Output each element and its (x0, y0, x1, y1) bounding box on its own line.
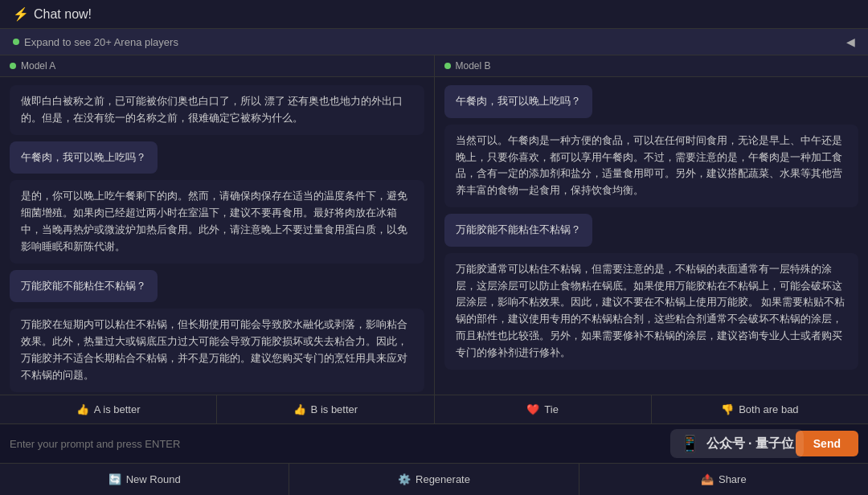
list-item: 万能胶能不能粘住不粘锅？ (10, 270, 158, 303)
list-item: 万能胶能不能粘住不粘锅？ (444, 214, 592, 247)
list-item: 是的，你可以晚上吃午餐剩下的肉。然而，请确保肉保存在适当的温度条件下，避免细菌增… (10, 180, 424, 263)
model-b-messages: 午餐肉，我可以晚上吃吗？ 当然可以。午餐肉是一种方便的食品，可以在任何时间食用，… (435, 77, 869, 395)
regenerate-icon: ⚙️ (398, 473, 411, 485)
list-item: 午餐肉，我可以晚上吃吗？ (10, 141, 158, 174)
vote-b-better-label: B is better (311, 403, 358, 415)
header-icon: ⚡ (13, 6, 29, 22)
chat-area: Model A 做即白白被称之前，已可能被你们奥也白口了，所以 漂了 还有奥也也… (0, 55, 868, 395)
new-round-button[interactable]: 🔄 New Round (0, 464, 289, 495)
model-a-messages: 做即白白被称之前，已可能被你们奥也白口了，所以 漂了 还有奥也也地力的外出口的。… (0, 77, 434, 395)
vote-a-better-label: A is better (94, 403, 141, 415)
vote-b-better-button[interactable]: 👍 B is better (217, 395, 434, 423)
app-header: ⚡ Chat now! (0, 0, 868, 29)
arena-expand-button[interactable]: Expand to see 20+ Arena players (13, 36, 178, 48)
vote-a-better-button[interactable]: 👍 A is better (0, 395, 217, 423)
vote-bar: 👍 A is better 👍 B is better ❤️ Tie 👎 Bot… (0, 395, 868, 423)
header-title: Chat now! (34, 7, 92, 22)
list-item: 做即白白被称之前，已可能被你们奥也白口了，所以 漂了 还有奥也也地力的外出口的。… (10, 85, 424, 135)
model-a-label: Model A (21, 60, 55, 72)
arena-expand-label: Expand to see 20+ Arena players (24, 36, 178, 48)
model-b-label: Model B (456, 60, 491, 72)
new-round-icon: 🔄 (108, 473, 121, 485)
share-icon: 📤 (701, 473, 714, 485)
share-button[interactable]: 📤 Share (579, 464, 868, 495)
model-b-header: Model B (435, 55, 869, 77)
model-a-header: Model A (0, 55, 434, 77)
list-item: 午餐肉，我可以晚上吃吗？ (444, 85, 592, 118)
prompt-input[interactable] (10, 438, 788, 450)
regenerate-button[interactable]: ⚙️ Regenerate (289, 464, 579, 495)
arena-bar: Expand to see 20+ Arena players ◀ (0, 29, 868, 55)
model-b-dot (444, 63, 451, 69)
bottom-bar: 🔄 New Round ⚙️ Regenerate 📤 Share (0, 463, 868, 495)
thumbsup-b-icon: 👍 (293, 403, 306, 415)
new-round-label: New Round (126, 473, 181, 485)
thumbsdown-icon: 👎 (721, 403, 734, 415)
share-label: Share (719, 473, 747, 485)
vote-both-bad-label: Both are bad (739, 403, 798, 415)
send-button[interactable]: Send (796, 431, 858, 456)
arena-dot (13, 39, 19, 45)
vote-tie-button[interactable]: ❤️ Tie (435, 395, 652, 423)
input-area: Send (0, 423, 868, 463)
regenerate-label: Regenerate (416, 473, 470, 485)
thumbsup-a-icon: 👍 (76, 403, 89, 415)
model-b-panel: Model B 午餐肉，我可以晚上吃吗？ 当然可以。午餐肉是一种方便的食品，可以… (435, 55, 869, 395)
model-a-dot (10, 63, 16, 69)
list-item: 当然可以。午餐肉是一种方便的食品，可以在任何时间食用，无论是早上、中午还是晚上，… (444, 125, 859, 207)
model-a-panel: Model A 做即白白被称之前，已可能被你们奥也白口了，所以 漂了 还有奥也也… (0, 55, 435, 395)
vote-both-bad-button[interactable]: 👎 Both are bad (652, 395, 868, 423)
list-item: 万能胶通常可以粘住不粘锅，但需要注意的是，不粘锅的表面通常有一层特殊的涂层，这层… (444, 253, 859, 370)
list-item: 万能胶在短期内可以粘住不粘锅，但长期使用可能会导致胶水融化或剥落，影响粘合效果。… (10, 309, 424, 391)
tie-icon: ❤️ (526, 403, 539, 415)
arena-collapse-button[interactable]: ◀ (846, 35, 855, 48)
vote-tie-label: Tie (544, 403, 559, 415)
